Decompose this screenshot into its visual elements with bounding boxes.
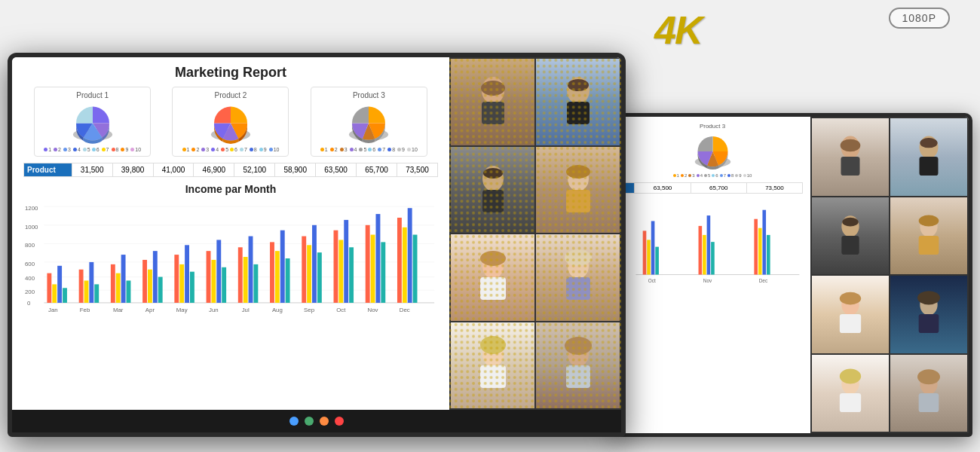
small-person-silhouette-5 — [831, 288, 869, 341]
svg-text:Apr: Apr — [145, 307, 155, 313]
pie-2-legend: 1 2 3 4 5 6 7 8 9 10 — [179, 147, 282, 152]
video-cell-4 — [536, 147, 620, 234]
svg-point-102 — [565, 337, 592, 355]
svg-rect-19 — [57, 266, 62, 303]
video-cell-7 — [451, 322, 534, 409]
svg-rect-50 — [307, 245, 311, 303]
small-data-table: 63,500 65,700 73,500 — [622, 182, 803, 194]
svg-rect-57 — [366, 225, 370, 303]
svg-rect-89 — [566, 190, 590, 212]
table-val-2: 39,800 — [112, 163, 153, 177]
product-3-name: Product 3 — [317, 91, 421, 99]
svg-text:Oct: Oct — [648, 278, 656, 283]
svg-rect-22 — [84, 280, 89, 302]
person-silhouette-6 — [556, 247, 601, 307]
small-person-silhouette-8 — [910, 367, 948, 420]
svg-point-143 — [917, 369, 940, 384]
small-video-cell-5 — [812, 276, 889, 353]
big-screen: Marketing Report Product 1 — [12, 57, 621, 410]
person-2 — [536, 59, 620, 145]
svg-text:Sep: Sep — [304, 307, 315, 313]
svg-rect-127 — [841, 236, 859, 255]
svg-text:Nov: Nov — [703, 278, 712, 283]
svg-rect-108 — [655, 247, 659, 275]
table-val-5: 52,100 — [234, 163, 275, 177]
dot-green[interactable] — [305, 417, 314, 426]
svg-rect-34 — [179, 264, 184, 303]
svg-point-96 — [565, 249, 592, 266]
svg-point-128 — [842, 218, 859, 227]
svg-rect-121 — [841, 157, 860, 176]
dot-blue[interactable] — [289, 417, 299, 426]
svg-point-99 — [480, 336, 506, 354]
svg-rect-101 — [566, 365, 590, 388]
svg-rect-133 — [840, 314, 861, 333]
small-person-silhouette-3 — [831, 209, 869, 262]
table-val-8: 65,700 — [357, 163, 397, 177]
small-bar-chart: Oct Nov Dec — [622, 198, 803, 289]
dot-orange[interactable] — [320, 417, 329, 426]
product-card-1: Product 1 — [34, 87, 151, 157]
bezel-bottom — [12, 410, 621, 432]
small-person-3 — [812, 197, 889, 275]
person-silhouette-2 — [556, 72, 601, 132]
person-8 — [536, 322, 620, 409]
table-val-6: 58,900 — [275, 163, 316, 177]
person-silhouette-7 — [470, 335, 516, 396]
svg-rect-44 — [253, 264, 258, 303]
svg-rect-115 — [762, 210, 766, 275]
products-row: Product 1 — [23, 87, 438, 157]
video-panel — [449, 57, 621, 410]
svg-rect-32 — [158, 277, 163, 303]
svg-rect-110 — [703, 235, 706, 275]
svg-rect-46 — [275, 251, 280, 303]
video-cell-1 — [451, 59, 534, 145]
small-video-cell-8 — [890, 355, 967, 432]
svg-rect-64 — [413, 235, 418, 303]
svg-rect-20 — [63, 288, 67, 303]
svg-text:1200: 1200 — [25, 205, 38, 212]
svg-rect-105 — [643, 231, 647, 274]
svg-rect-17 — [47, 273, 51, 303]
svg-point-131 — [919, 215, 939, 226]
small-val-3: 73,500 — [746, 183, 802, 194]
svg-text:200: 200 — [25, 289, 35, 295]
income-chart-svg: 1200 1000 800 600 400 200 0 — [23, 198, 438, 319]
svg-text:Jun: Jun — [209, 307, 219, 313]
small-screen: Product 3 1 2 3 — [614, 117, 969, 433]
svg-rect-24 — [94, 284, 99, 303]
monitor-big: Marketing Report Product 1 — [8, 53, 626, 437]
dot-red[interactable] — [335, 417, 344, 426]
video-cell-5 — [451, 234, 534, 321]
report-panel: Marketing Report Product 1 — [12, 57, 449, 410]
svg-rect-61 — [397, 218, 402, 303]
label-4k: 4K — [654, 8, 701, 53]
svg-rect-36 — [190, 272, 194, 303]
svg-rect-56 — [349, 247, 354, 303]
person-4 — [536, 147, 620, 234]
svg-rect-37 — [207, 251, 211, 303]
small-video-cell-3 — [812, 197, 889, 275]
table-val-4: 46,900 — [194, 163, 234, 177]
small-video-cell-4 — [890, 197, 967, 275]
svg-rect-48 — [286, 258, 290, 303]
small-person-silhouette-1 — [831, 130, 869, 183]
small-person-8 — [890, 355, 967, 432]
small-person-1 — [812, 118, 889, 196]
svg-rect-98 — [480, 365, 506, 388]
svg-text:0: 0 — [27, 300, 31, 307]
svg-text:1000: 1000 — [25, 224, 38, 231]
svg-text:400: 400 — [25, 275, 35, 282]
svg-point-140 — [840, 368, 861, 383]
svg-rect-106 — [647, 240, 651, 274]
small-person-6 — [890, 276, 967, 353]
svg-rect-124 — [920, 157, 939, 176]
svg-rect-62 — [403, 228, 407, 303]
svg-text:Jul: Jul — [242, 307, 250, 313]
small-val-1: 63,500 — [635, 183, 691, 194]
svg-rect-53 — [334, 231, 338, 303]
svg-rect-112 — [711, 242, 715, 274]
person-silhouette-8 — [556, 335, 601, 396]
person-5 — [451, 234, 534, 321]
svg-rect-52 — [317, 252, 322, 303]
